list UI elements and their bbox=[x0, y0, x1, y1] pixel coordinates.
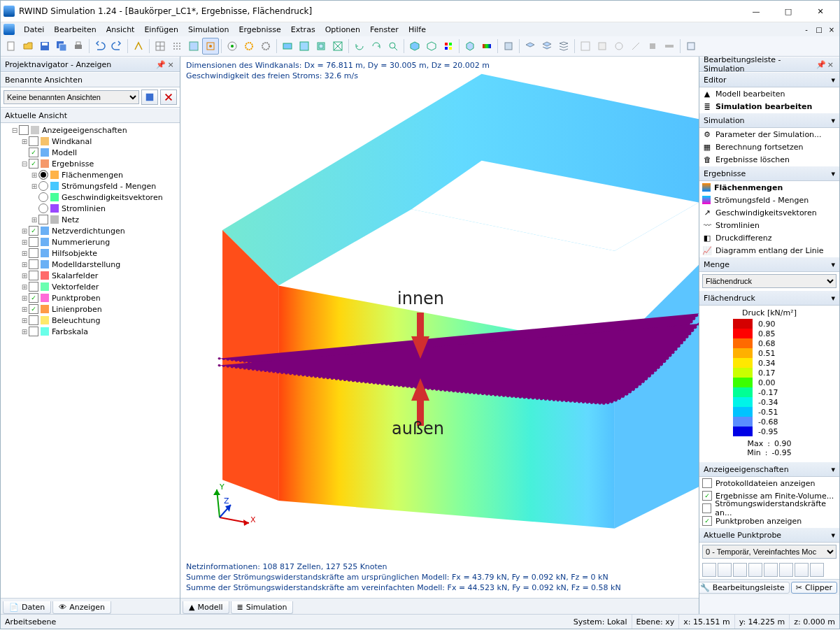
iso2-icon[interactable] bbox=[423, 38, 440, 55]
grid3-icon[interactable] bbox=[185, 38, 202, 55]
mdi-minimize-icon[interactable]: - bbox=[802, 24, 811, 34]
scale-header[interactable]: Flächendruck▾ bbox=[699, 290, 839, 306]
disp-item[interactable]: Strömungswiderstandskräfte an... bbox=[699, 502, 839, 515]
tree-item[interactable]: ⊞Netz bbox=[1, 214, 180, 225]
misc3-icon[interactable] bbox=[611, 38, 627, 55]
tab-bearbeitungsleiste[interactable]: 🔧Bearbeitungsleiste bbox=[699, 582, 790, 594]
run-icon[interactable] bbox=[224, 38, 241, 55]
view2-icon[interactable] bbox=[296, 38, 313, 55]
probe-tool3-icon[interactable] bbox=[733, 563, 747, 577]
tree-item[interactable]: Stromlinien bbox=[1, 203, 180, 214]
layer3-icon[interactable] bbox=[555, 38, 572, 55]
res-item-flaechenmengen[interactable]: Flächenmengen bbox=[699, 181, 839, 194]
res-item-stroemungsfeld[interactable]: Strömungsfeld - Mengen bbox=[699, 194, 839, 206]
iso1-icon[interactable] bbox=[406, 38, 423, 55]
new-icon[interactable] bbox=[3, 38, 20, 55]
res-item-diagramm[interactable]: 📈Diagramm entlang der Linie bbox=[699, 244, 839, 257]
named-view-delete-icon[interactable] bbox=[160, 90, 177, 105]
probe-tool4-icon[interactable] bbox=[748, 563, 762, 577]
right-pin-icon[interactable]: 📌 bbox=[816, 60, 826, 69]
probe-tool1-icon[interactable] bbox=[702, 563, 716, 577]
grid4-icon[interactable] bbox=[202, 38, 219, 55]
nav-close-icon[interactable]: × bbox=[166, 60, 176, 69]
menge-header[interactable]: Menge▾ bbox=[699, 257, 839, 272]
tree-item[interactable]: ⊞✓Netzverdichtungen bbox=[1, 225, 180, 236]
undo-icon[interactable] bbox=[92, 38, 108, 55]
disp-header[interactable]: Anzeigeeigenschaften▾ bbox=[699, 461, 839, 477]
probe-tool2-icon[interactable] bbox=[718, 563, 732, 577]
menu-hilfe[interactable]: Hilfe bbox=[404, 24, 431, 36]
zoom-icon[interactable] bbox=[385, 38, 401, 55]
probe-header[interactable]: Aktuelle Punktprobe▾ bbox=[699, 527, 839, 543]
nav-pin-icon[interactable]: 📌 bbox=[156, 60, 166, 69]
tab-simulation[interactable]: ≣Simulation bbox=[231, 601, 294, 614]
menu-extras[interactable]: Extras bbox=[286, 24, 320, 36]
rotate2-icon[interactable] bbox=[368, 38, 385, 55]
stripe-icon[interactable] bbox=[478, 38, 495, 55]
save-icon[interactable] bbox=[36, 38, 53, 55]
menu-ansicht[interactable]: Ansicht bbox=[101, 24, 140, 36]
disp-item[interactable]: Protokolldateien anzeigen bbox=[699, 477, 839, 489]
menge-select[interactable]: Flächendruck bbox=[702, 274, 837, 288]
layer2-icon[interactable] bbox=[539, 38, 555, 55]
tree-item[interactable]: ⊞Windkanal bbox=[1, 136, 180, 147]
misc1-icon[interactable] bbox=[577, 38, 594, 55]
color-icon[interactable] bbox=[440, 38, 457, 55]
tree-item[interactable]: ⊞Modelldarstellung bbox=[1, 259, 180, 270]
print-icon[interactable] bbox=[70, 38, 87, 55]
maximize-button[interactable]: □ bbox=[772, 1, 804, 22]
probe-select[interactable]: 0 - Temporär, Vereinfachtes Moc bbox=[702, 545, 837, 559]
menu-simulation[interactable]: Simulation bbox=[183, 24, 234, 36]
layer1-icon[interactable] bbox=[522, 38, 539, 55]
right-close-icon[interactable]: × bbox=[826, 60, 835, 69]
editor-item-modell[interactable]: ▲Modell bearbeiten bbox=[699, 87, 839, 100]
misc7-icon[interactable] bbox=[683, 38, 699, 55]
rotate1-icon[interactable] bbox=[351, 38, 368, 55]
box2-icon[interactable] bbox=[500, 38, 517, 55]
misc5-icon[interactable] bbox=[644, 38, 661, 55]
view3-icon[interactable] bbox=[313, 38, 329, 55]
res-item-stromlinien[interactable]: 〰Stromlinien bbox=[699, 219, 839, 231]
view1-icon[interactable] bbox=[279, 38, 296, 55]
editor-header[interactable]: Editor▾ bbox=[699, 72, 839, 87]
gear-icon[interactable] bbox=[241, 38, 257, 55]
tree-item[interactable]: ⊞Vektorfelder bbox=[1, 281, 180, 292]
menu-bearbeiten[interactable]: Bearbeiten bbox=[49, 24, 101, 36]
tree-item[interactable]: Geschwindigkeitsvektoren bbox=[1, 192, 180, 203]
tree-item[interactable]: ⊞Skalarfelder bbox=[1, 270, 180, 281]
gear2-icon[interactable] bbox=[257, 38, 274, 55]
tree-item[interactable]: ⊟✓Ergebnisse bbox=[1, 158, 180, 169]
named-view-save-icon[interactable] bbox=[141, 90, 158, 105]
menu-datei[interactable]: Datei bbox=[19, 24, 49, 36]
tree-item[interactable]: ⊞✓Linienproben bbox=[1, 303, 180, 315]
named-views-select[interactable]: Keine benannten Ansichten bbox=[3, 90, 139, 104]
editor-item-simulation[interactable]: ≣Simulation bearbeiten bbox=[699, 100, 839, 113]
menu-einfuegen[interactable]: Einfügen bbox=[139, 24, 183, 36]
misc4-icon[interactable] bbox=[627, 38, 644, 55]
tab-daten[interactable]: 📄Daten bbox=[3, 601, 51, 614]
view4-icon[interactable] bbox=[329, 38, 346, 55]
open-icon[interactable] bbox=[20, 38, 36, 55]
probe-tool7-icon[interactable] bbox=[795, 563, 809, 577]
res-item-vektoren[interactable]: ↗Geschwindigkeitsvektoren bbox=[699, 206, 839, 219]
close-button[interactable]: ✕ bbox=[804, 1, 837, 22]
probe-tool5-icon[interactable] bbox=[764, 563, 778, 577]
grid1-icon[interactable] bbox=[152, 38, 169, 55]
save-all-icon[interactable] bbox=[53, 38, 70, 55]
misc2-icon[interactable] bbox=[594, 38, 611, 55]
tree-item[interactable]: ⊞Farbskala bbox=[1, 326, 180, 337]
sim-header[interactable]: Simulation▾ bbox=[699, 113, 839, 128]
tree-item[interactable]: ⊟Anzeigeeigenschaften bbox=[1, 124, 180, 136]
sim-item-parameter[interactable]: ⚙Parameter der Simulation... bbox=[699, 128, 839, 141]
tool-a-icon[interactable] bbox=[130, 38, 147, 55]
viewport-3d[interactable]: Dimensionen des Windkanals: Dx = 76.811 … bbox=[180, 57, 699, 598]
res-item-druckdifferenz[interactable]: ◧Druckdifferenz bbox=[699, 231, 839, 244]
tree-item[interactable]: ✓Modell bbox=[1, 147, 180, 158]
probe-tool6-icon[interactable] bbox=[779, 563, 793, 577]
tree-item[interactable]: ⊞✓Punktproben bbox=[1, 292, 180, 303]
tab-modell[interactable]: ▲Modell bbox=[183, 601, 229, 614]
tab-anzeigen[interactable]: 👁Anzeigen bbox=[52, 601, 111, 614]
redo-icon[interactable] bbox=[108, 38, 125, 55]
box-icon[interactable] bbox=[462, 38, 478, 55]
misc6-icon[interactable] bbox=[661, 38, 678, 55]
